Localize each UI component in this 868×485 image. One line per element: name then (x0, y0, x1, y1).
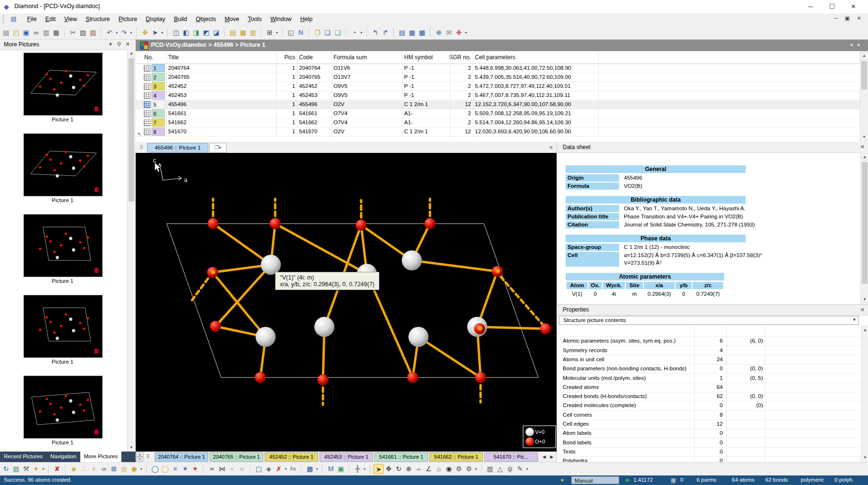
picture-icon[interactable]: ▣ (336, 464, 346, 474)
menu-display[interactable]: Display (141, 13, 170, 24)
scrollbar-thumb[interactable] (861, 61, 867, 89)
bond-icon[interactable]: ≍ (207, 464, 217, 474)
pencil-icon[interactable]: ✎ (515, 464, 525, 474)
histogram-icon[interactable]: ▥ (485, 464, 495, 474)
oxygen-atom[interactable] (318, 375, 329, 386)
angles-table-icon[interactable]: ▥ (248, 28, 258, 38)
property-row[interactable]: Bond labels0 (557, 438, 861, 448)
bond-angle-icon[interactable]: ⋈ (217, 464, 227, 474)
data-table-icon[interactable]: ▤ (228, 28, 238, 38)
document-icon[interactable]: ▤ (11, 15, 18, 23)
ring-icon[interactable]: ◎ (119, 464, 129, 474)
tile-icon[interactable]: ❑ (332, 28, 343, 38)
picture-thumbnail[interactable] (23, 295, 103, 358)
destroy-icon[interactable]: ✘ (52, 464, 62, 474)
oxygen-atom[interactable] (208, 218, 219, 229)
menu-file[interactable]: File (23, 13, 41, 24)
tab-scroll-up-icon[interactable]: ▲ (136, 452, 143, 457)
lattice-delete-icon[interactable]: ✶ (190, 464, 200, 474)
picture-thumbnail[interactable] (23, 214, 103, 277)
undo-dropdown-icon[interactable]: ▾ (115, 31, 119, 35)
row-grid-icon[interactable] (144, 101, 150, 108)
add-atom-icon[interactable]: + (89, 464, 99, 474)
settings-icon[interactable]: ⚙ (454, 464, 464, 474)
home-icon[interactable]: ⌂ (434, 464, 444, 474)
column-header-hm-symbol[interactable]: HM symbol (404, 51, 449, 64)
close-button[interactable]: ✕ (843, 0, 864, 13)
circle-tool-icon[interactable]: ◔ (349, 28, 359, 38)
connect-atoms-icon[interactable]: ∞ (99, 464, 109, 474)
letter-n-icon[interactable]: N (296, 28, 306, 38)
oxygen-atom[interactable] (407, 372, 418, 383)
structure-canvas[interactable]: ca "V(1)" (4i: m) x/a, y/b, z/c: 0.2964(… (136, 153, 557, 452)
thumbnails-scrollbar[interactable]: ▲ ▼ (127, 50, 136, 452)
breadcrumb-nav-arrows[interactable]: ◂ ▸ (850, 42, 862, 48)
grid-dropdown-icon[interactable]: ▾ (275, 31, 279, 35)
net-icon[interactable]: ⊠ (109, 464, 119, 474)
edit-picture-icon[interactable]: ▨ (11, 464, 21, 474)
grid-handle-icon[interactable]: ⠿ (144, 453, 152, 460)
vanadium-atom[interactable] (408, 327, 429, 347)
column-header-pics[interactable]: Pics (269, 51, 295, 64)
property-row[interactable]: Created molecules (complete)0(0) (557, 401, 861, 410)
datasheet-scrollbar[interactable]: ▲ ▼ (860, 152, 868, 304)
menu-picture[interactable]: Picture (114, 13, 141, 24)
settings2-icon[interactable]: ⚙ (464, 464, 474, 474)
copy-icon[interactable]: ▧ (78, 28, 88, 38)
resize-icon[interactable]: ⇔ (414, 464, 424, 474)
cube-icon[interactable]: ▢ (254, 464, 264, 474)
wizard-dropdown-icon[interactable]: ▾ (41, 467, 45, 471)
column-header-sgr-no-[interactable]: SGR no. (443, 51, 471, 64)
table-row[interactable]: 34524521452452O9V5P -125.472,7.003,8.727… (136, 82, 860, 91)
cut-icon[interactable]: ✂ (68, 28, 78, 38)
vanadium-atom[interactable] (256, 327, 276, 347)
redo-dropdown-icon[interactable]: ▾ (129, 31, 133, 35)
picture-tab[interactable]: 452453 :: Picture 1 (320, 453, 373, 462)
column-header-no-[interactable]: No. (144, 51, 165, 64)
table-row[interactable]: 85416701541670O2VC 1 2/m 11212.030,3.693… (136, 127, 860, 137)
molecule-icon[interactable]: ❉ (454, 28, 464, 38)
next-picture-icon[interactable]: ↱ (380, 28, 390, 38)
undo-icon[interactable]: ↶ (105, 28, 115, 38)
table-view-icon[interactable]: ◨ (191, 28, 201, 38)
panel-tab-recent-pictures[interactable]: Recent Pictures (0, 452, 46, 462)
property-row[interactable]: Bond parameters (non-bonding contacts, H… (557, 364, 861, 374)
navigation-view-icon[interactable]: ◫ (171, 28, 181, 38)
picture-thumbnail[interactable] (23, 53, 103, 116)
open-folder-icon[interactable]: ◰ (11, 28, 21, 38)
close-icon[interactable]: ✕ (126, 41, 130, 47)
row-grid-icon[interactable] (144, 74, 150, 81)
property-row[interactable]: Cell corners8 (557, 410, 861, 420)
scroll-down-icon[interactable]: ▼ (861, 296, 868, 303)
pan-hand-icon[interactable]: ✥ (140, 28, 150, 38)
scroll-down-icon[interactable]: ▼ (128, 444, 135, 452)
more-tabs-icon[interactable]: » (549, 144, 553, 151)
distances-table-icon[interactable]: ▦ (238, 28, 248, 38)
table-row[interactable]: 44524531452453O9V5P -125.467,7.007,8.735… (136, 91, 860, 100)
paste-icon[interactable]: ▨ (88, 28, 98, 38)
toolbar-grip[interactable] (3, 15, 6, 24)
grid-cross-icon[interactable]: ╋ (353, 464, 363, 474)
property-row[interactable] (557, 327, 861, 337)
property-row[interactable]: Atomic parameters (asym. sites, sym.eq. … (557, 336, 861, 346)
properties-view-icon[interactable]: ◪ (211, 28, 221, 38)
row-grid-icon[interactable] (144, 110, 150, 117)
oxygen-atom[interactable] (210, 321, 221, 332)
scroll-up-icon[interactable]: ▲ (861, 153, 868, 161)
tabs-next-icon[interactable]: ▶ (548, 453, 555, 461)
column-header-title[interactable]: Title (168, 51, 274, 64)
cascade-icon[interactable]: ❏ (322, 28, 332, 38)
window-menu-tab[interactable]: ❐▾ (209, 143, 226, 152)
rotate-icon[interactable]: ↻ (394, 464, 404, 474)
table-row[interactable]: 65416611541661O7V4A1-25.509,7.008,12.258… (136, 109, 860, 119)
pin-icon[interactable]: ⚲ (117, 41, 121, 47)
diamond-icon[interactable]: ◈ (264, 464, 274, 474)
m-label-icon[interactable]: M (326, 464, 336, 474)
oxygen-atom[interactable] (475, 372, 486, 383)
lattice-icon[interactable]: ✶ (180, 464, 190, 474)
scroll-up-icon[interactable]: ▲ (860, 52, 868, 60)
delete-red-dropdown-icon[interactable]: ▾ (284, 467, 288, 471)
globe-icon[interactable]: ⊕ (434, 28, 444, 38)
pencil-dropdown-icon[interactable]: ▾ (525, 467, 529, 471)
distance-icon[interactable]: ∠ (424, 464, 434, 474)
